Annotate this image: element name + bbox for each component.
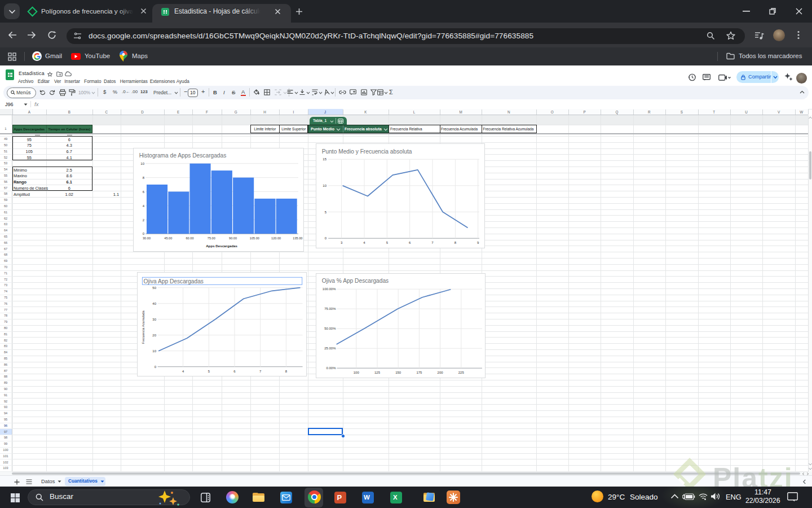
svg-text:5: 5: [325, 211, 327, 214]
svg-text:105.00: 105.00: [250, 236, 259, 239]
svg-text:200: 200: [438, 371, 444, 374]
svg-text:Histograma de Apps Descargadas: Histograma de Apps Descargadas: [139, 152, 227, 159]
svg-text:60.00: 60.00: [186, 236, 194, 239]
svg-text:150: 150: [395, 371, 401, 374]
svg-text:120.00: 120.00: [271, 236, 281, 239]
svg-text:15: 15: [323, 158, 326, 161]
svg-text:Frecuencia Acumulada: Frecuencia Acumulada: [142, 310, 145, 344]
svg-text:0: 0: [325, 237, 327, 240]
svg-text:0: 0: [155, 365, 157, 369]
svg-text:45.00: 45.00: [164, 236, 172, 239]
svg-text:100.00%: 100.00%: [323, 288, 336, 291]
svg-text:225: 225: [458, 371, 465, 374]
svg-text:125: 125: [374, 371, 381, 374]
svg-text:4: 4: [363, 241, 365, 244]
svg-text:0.00%: 0.00%: [326, 367, 336, 370]
svg-text:6: 6: [409, 241, 411, 244]
svg-text:40: 40: [153, 302, 157, 305]
svg-text:2: 2: [143, 218, 145, 221]
svg-text:Ojiva % App Descargadas: Ojiva % App Descargadas: [322, 278, 389, 284]
svg-text:20: 20: [153, 334, 157, 337]
svg-text:8: 8: [285, 369, 288, 373]
svg-text:6: 6: [234, 369, 236, 373]
svg-text:Apps Descargadas: Apps Descargadas: [206, 244, 237, 248]
svg-text:8: 8: [454, 241, 457, 244]
svg-text:8: 8: [143, 176, 145, 179]
svg-text:4: 4: [143, 204, 145, 207]
svg-text:10: 10: [153, 349, 157, 353]
svg-text:10: 10: [323, 184, 326, 187]
svg-text:50: 50: [153, 286, 157, 290]
svg-text:175: 175: [416, 371, 422, 374]
svg-text:5: 5: [386, 241, 389, 244]
svg-text:25.00%: 25.00%: [324, 347, 336, 351]
svg-text:10: 10: [140, 162, 144, 165]
svg-text:3: 3: [341, 241, 343, 244]
svg-text:0: 0: [143, 232, 145, 235]
svg-text:9: 9: [477, 241, 479, 244]
svg-text:7: 7: [431, 241, 434, 244]
svg-text:5: 5: [208, 369, 210, 373]
svg-text:50.00%: 50.00%: [324, 327, 336, 331]
svg-text:Ojiva App Descargadas: Ojiva App Descargadas: [144, 278, 204, 284]
svg-text:30.00: 30.00: [143, 236, 151, 239]
svg-text:100: 100: [354, 371, 360, 374]
svg-text:75.00%: 75.00%: [324, 308, 336, 311]
svg-text:Punto Medio y Frecuencia absol: Punto Medio y Frecuencia absoluta: [322, 148, 412, 155]
svg-text:135.00: 135.00: [293, 236, 302, 239]
svg-text:4: 4: [182, 369, 184, 373]
svg-text:90.00: 90.00: [229, 236, 237, 239]
svg-text:7: 7: [259, 369, 262, 373]
svg-text:75.00: 75.00: [208, 236, 215, 239]
svg-text:30: 30: [153, 318, 157, 321]
svg-text:6: 6: [143, 190, 145, 193]
